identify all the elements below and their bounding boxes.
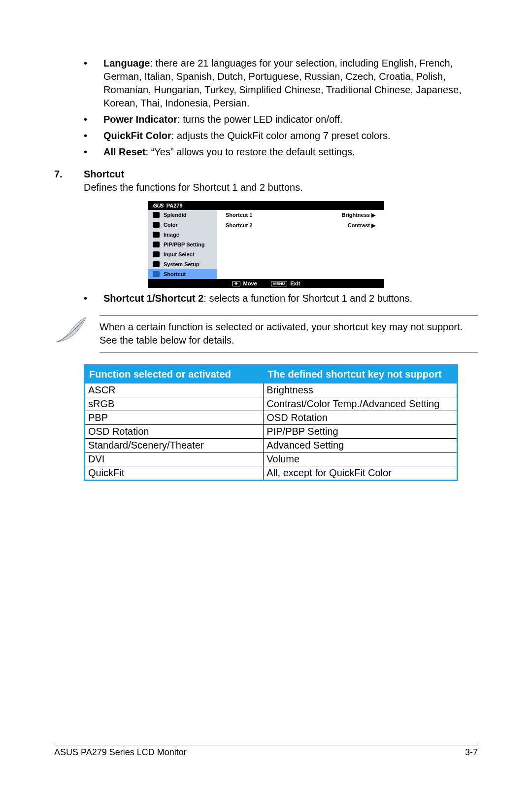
system-icon [153,261,160,267]
bullet-language: • Language: there are 21 languages for y… [84,57,478,110]
osd-row1-right: Brightness ▶ [300,212,375,218]
sub-bullet-list: • Shortcut 1/Shortcut 2: selects a funct… [84,292,478,305]
feather-icon [54,315,90,345]
osd-content: Shortcut 1 Brightness ▶ Shortcut 2 Contr… [217,210,384,279]
osd-side-system: System Setup [148,259,217,269]
bullet-power: • Power Indicator: turns the power LED i… [84,113,478,126]
osd-side-splendid: Splendid [148,210,217,220]
table-row: OSD RotationPIP/PBP Setting [85,425,458,439]
osd-side-image: Image [148,230,217,240]
label: QuickFit Color [103,130,171,141]
osd-row2-left: Shortcut 2 [226,222,300,229]
osd-logo: /SUS [153,203,164,209]
footer-left: ASUS PA279 Series LCD Monitor [54,747,187,758]
image-icon [153,232,160,238]
table-header-2: The defined shortcut key not support [264,365,458,384]
note-text: When a certain function is selected or a… [100,315,478,352]
note-block: When a certain function is selected or a… [54,315,478,352]
osd-row1-left: Shortcut 1 [226,212,300,218]
table-row: PBPOSD Rotation [85,411,458,425]
shortcut-icon [153,271,160,277]
osd-exit: MENUExit [271,280,300,286]
input-icon [153,251,160,257]
label: Shortcut 1/Shortcut 2 [103,293,203,304]
section-heading: 7. Shortcut [54,169,478,180]
menu-icon: MENU [271,281,288,286]
footer-right: 3-7 [465,747,478,758]
text: : there are 21 languages for your select… [103,58,462,108]
table-row: Standard/Scenery/TheaterAdvanced Setting [85,439,458,453]
section-title: Shortcut [84,169,124,180]
osd-side-pip: PIP/PBP Setting [148,240,217,249]
bullet-shortcut12: • Shortcut 1/Shortcut 2: selects a funct… [84,292,478,305]
osd-move: ✥Move [232,280,257,286]
table-row: sRGBContrast/Color Temp./Advanced Settin… [85,397,458,411]
pip-icon [153,242,160,247]
label: Power Indicator [103,114,177,125]
text: : “Yes” allows you to restore the defaul… [146,146,355,157]
color-icon [153,222,160,228]
table-row: DVIVolume [85,453,458,466]
osd-model: PA279 [166,203,183,209]
label: All Reset [103,146,146,157]
shortcut-table: Function selected or activated The defin… [84,364,458,481]
text: : adjusts the QuickFit color among 7 pre… [171,130,391,141]
osd-side-shortcut: Shortcut [148,269,217,279]
section-number: 7. [54,169,84,180]
top-bullet-list: • Language: there are 21 languages for y… [84,57,478,159]
osd-row2-right: Contrast ▶ [300,222,375,229]
section-desc: Defines the functions for Shortcut 1 and… [84,181,478,194]
splendid-icon [153,212,160,218]
osd-side-color: Color [148,220,217,230]
table-header-1: Function selected or activated [85,365,264,384]
table-row: ASCRBrightness [85,384,458,397]
label: Language [103,58,150,69]
bullet-quickfit: • QuickFit Color: adjusts the QuickFit c… [84,129,478,142]
text: : selects a function for Shortcut 1 and … [203,293,412,304]
osd-sidebar: Splendid Color Image PIP/PBP Setting Inp… [148,210,217,279]
osd-screenshot: /SUS PA279 Splendid Color Image PIP/PBP … [148,201,384,288]
footer: ASUS PA279 Series LCD Monitor 3-7 [54,745,478,758]
text: : turns the power LED indicator on/off. [177,114,342,125]
move-icon: ✥ [232,281,240,286]
osd-side-input: Input Select [148,249,217,259]
table-row: QuickFitAll, except for QuickFit Color [85,466,458,481]
bullet-reset: • All Reset: “Yes” allows you to restore… [84,145,478,159]
